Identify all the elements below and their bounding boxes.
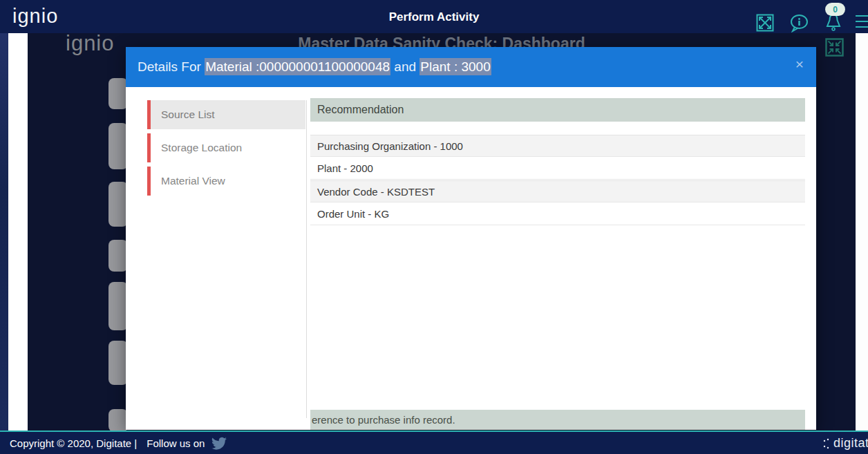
app-footer: Copyright © 2020, Digitate | Follow us o… <box>0 431 868 454</box>
modal-nav-source-list[interactable]: Source List <box>147 100 305 129</box>
background-menu-tile <box>108 341 128 385</box>
clipped-footnote: erence to purchase info record. <box>310 410 805 430</box>
recommendation-row: Purchasing Organization - 1000 <box>310 135 805 157</box>
recommendation-row: Vendor Code - KSDTEST <box>310 180 805 202</box>
background-menu-tile <box>108 240 128 272</box>
background-menu-tile <box>108 182 128 227</box>
copyright-text: Copyright © 2020, Digitate | <box>10 437 137 449</box>
modal-nav-label: Source List <box>151 100 305 129</box>
modal-title-prefix: Details For <box>138 59 205 74</box>
menu-icon[interactable] <box>856 15 868 32</box>
recommendation-row: Plant - 2000 <box>310 158 805 180</box>
follow-us-text: Follow us on <box>147 437 205 449</box>
nav-content-divider <box>306 100 307 418</box>
digitate-logo-text: digitate <box>833 436 868 451</box>
modal-nav-material-view[interactable]: Material View <box>147 167 305 196</box>
page-header-title: Perform Activity <box>0 10 868 24</box>
right-white-rail <box>856 33 868 432</box>
details-modal: Details For Material :000000001100000048… <box>126 47 816 430</box>
background-menu-tile <box>108 409 128 432</box>
twitter-icon[interactable] <box>211 435 227 451</box>
recommendation-header: Recommendation <box>310 98 805 122</box>
background-menu-tile <box>108 78 128 109</box>
modal-nav-label: Storage Location <box>151 133 305 162</box>
modal-nav-storage-location[interactable]: Storage Location <box>147 133 305 162</box>
fullscreen-icon[interactable] <box>756 14 774 32</box>
modal-content-panel: Recommendation Purchasing Organization -… <box>310 47 805 430</box>
left-frame-strip <box>0 33 8 432</box>
modal-nav-label: Material View <box>151 167 305 196</box>
background-menu-tile <box>108 282 128 330</box>
recommendation-row: Order Unit - KG <box>310 203 805 225</box>
info-bubble-icon[interactable] <box>789 14 807 32</box>
digitate-logo: digitate <box>822 436 868 451</box>
background-menu-tile <box>108 123 128 169</box>
left-white-rail <box>8 33 28 432</box>
notification-count-badge: 0 <box>825 3 845 16</box>
compress-icon <box>825 38 844 57</box>
app-header: ignio Perform Activity 0 <box>0 0 868 33</box>
screen: ignio Perform Activity 0 <box>0 0 868 454</box>
